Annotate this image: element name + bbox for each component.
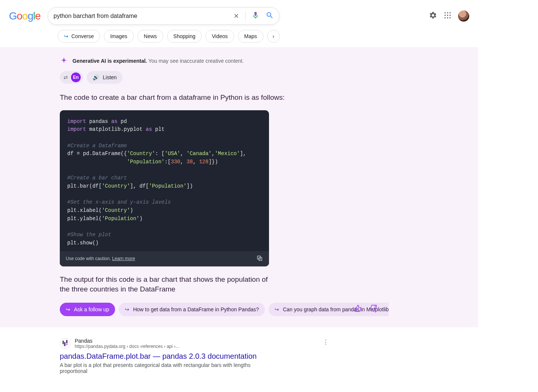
pandas-icon [62,340,68,347]
chip-news-label: News [144,33,157,39]
followup-q1[interactable]: ↪ How to get data from a DataFrame in Py… [119,303,265,316]
learn-more-link[interactable]: Learn more [112,256,135,261]
chip-shopping-label: Shopping [173,33,195,39]
result-favicon [60,338,70,349]
avatar[interactable] [458,10,469,22]
copy-icon[interactable] [256,255,263,263]
code-content: import pandas as pd import matplotlib.py… [60,110,269,251]
header-actions [429,10,469,22]
chip-videos[interactable]: Videos [205,30,234,43]
followup-arrow-icon: ↪ [125,306,129,312]
thumbs-down-icon[interactable] [370,305,377,314]
ai-outro-text: The output for this code is a bar chart … [60,275,269,294]
chevron-right-icon: › [272,33,274,39]
chip-converse-label: Converse [71,33,94,39]
google-logo[interactable]: Google [9,10,40,22]
svg-point-6 [445,17,446,18]
result-item: Pandas https://pandas.pydata.org › docs … [60,338,269,374]
listen-label: Listen [103,74,117,80]
language-toggle[interactable]: ⇄ En [60,71,83,84]
ai-notice-rest: You may see inaccurate creative content. [147,58,244,64]
followup-q1-label: How to get data from a DataFrame in Pyth… [133,306,259,312]
chip-images[interactable]: Images [104,30,134,43]
mic-icon[interactable] [251,11,260,21]
svg-point-8 [449,17,451,18]
result-url: https://pandas.pydata.org › docs ›refere… [75,344,179,349]
search-bar-icons: ✕ [234,11,274,21]
results: Pandas https://pandas.pydata.org › docs … [0,327,478,378]
thumbs-up-icon[interactable] [354,305,362,314]
svg-point-3 [445,15,446,16]
speaker-icon: 🔊 [93,74,99,80]
divider [245,12,245,21]
ai-content: Generative AI is experimental. You may s… [60,57,329,316]
language-badge: En [71,72,81,82]
top-row: Google ✕ [9,7,469,25]
svg-rect-14 [63,345,64,346]
chip-shopping[interactable]: Shopping [167,30,202,43]
code-caution: Use code with caution. [66,256,111,261]
followup-ask-label: Ask a follow up [74,306,109,312]
svg-point-2 [449,12,451,13]
result-title[interactable]: pandas.DataFrame.plot.bar — pandas 2.0.3… [60,352,269,361]
chip-more[interactable]: › [267,30,280,43]
clear-icon[interactable]: ✕ [234,12,239,20]
svg-point-7 [447,17,448,18]
converse-arrow-icon: ↪ [64,33,68,39]
svg-point-4 [447,15,448,16]
svg-rect-11 [63,341,64,344]
gear-icon[interactable] [429,11,437,21]
chip-converse[interactable]: ↪ Converse [58,30,100,43]
svg-point-1 [447,12,448,13]
result-snippet: A bar plot is a plot that presents categ… [60,362,269,374]
svg-point-5 [449,15,451,16]
svg-rect-13 [67,340,68,343]
followup-arrow-icon: ↪ [66,306,70,312]
followup-arrow-icon: ↪ [275,306,279,312]
followup-ask[interactable]: ↪ Ask a follow up [60,303,115,316]
feedback-icons [354,305,377,314]
ai-notice: Generative AI is experimental. You may s… [60,57,329,65]
ai-overview: Generative AI is experimental. You may s… [0,47,478,327]
chip-images-label: Images [110,33,127,39]
followups: ↪ Ask a follow up ↪ How to get data from… [60,303,389,316]
chip-maps-label: Maps [244,33,257,39]
ai-controls: ⇄ En 🔊 Listen [60,71,329,84]
search-icon[interactable] [266,11,274,21]
listen-button[interactable]: 🔊 Listen [87,71,123,84]
ai-intro-text: The code to create a bar chart from a da… [60,93,329,103]
result-menu-icon[interactable]: ⋮ [323,339,329,346]
code-block: import pandas as pd import matplotlib.py… [60,110,269,266]
chip-maps[interactable]: Maps [238,30,263,43]
chip-videos-label: Videos [212,33,228,39]
apps-icon[interactable] [444,12,451,21]
chip-news[interactable]: News [137,30,163,43]
code-footer: Use code with caution. Learn more [60,251,269,266]
svg-rect-15 [67,344,68,345]
search-input[interactable] [53,13,234,19]
svg-rect-12 [64,342,65,346]
header: Google ✕ [0,0,478,47]
sparkle-icon [60,57,68,65]
filter-chips: ↪ Converse Images News Shopping Videos M… [58,30,469,43]
result-source: Pandas [75,338,179,344]
search-bar[interactable]: ✕ [48,7,279,25]
svg-point-0 [445,12,446,13]
ai-notice-bold: Generative AI is experimental. [72,58,147,64]
translate-icon: ⇄ [64,74,68,80]
result-header: Pandas https://pandas.pydata.org › docs … [60,338,269,349]
